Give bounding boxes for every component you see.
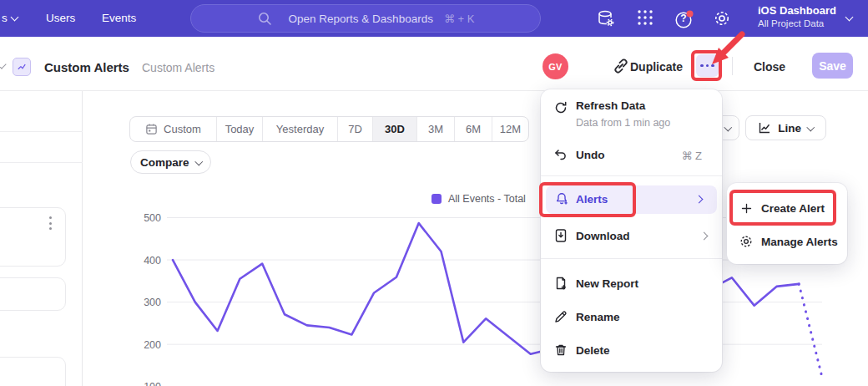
svg-text:400: 400: [144, 255, 161, 267]
chevron-down-icon: [10, 13, 18, 22]
nav-item-events[interactable]: Events: [102, 12, 136, 24]
svg-text:200: 200: [144, 339, 161, 351]
nav-item-users[interactable]: Users: [46, 12, 75, 24]
svg-text:100: 100: [144, 381, 161, 386]
project-scope: All Project Data: [758, 18, 836, 29]
date-range-yesterday[interactable]: Yesterday: [262, 117, 337, 141]
download-icon: [553, 228, 568, 243]
top-nav: s Users Events Open Reports & Dashboards…: [0, 0, 868, 37]
list-item[interactable]: [0, 357, 66, 386]
question-mark: ?: [674, 8, 694, 28]
compare-button[interactable]: Compare: [130, 150, 211, 174]
nav-item-label: s: [2, 12, 8, 24]
menu-item-new-report[interactable]: New Report: [541, 270, 722, 298]
settings-gear-icon[interactable]: [712, 8, 732, 28]
date-range-selector: Custom Today Yesterday 7D 30D 3M 6M 12M: [129, 116, 529, 142]
alerts-submenu: Create Alert Manage Alerts: [727, 183, 847, 264]
date-range-today[interactable]: Today: [216, 117, 262, 141]
submenu-item-manage-alerts[interactable]: Manage Alerts: [727, 227, 847, 256]
duplicate-button[interactable]: Duplicate: [630, 60, 683, 74]
project-name: iOS Dashboard: [758, 4, 836, 18]
menu-item-alerts[interactable]: Alerts: [546, 185, 717, 214]
chevron-down-icon: [807, 123, 815, 130]
nav-item-boards-truncated[interactable]: s: [2, 12, 18, 24]
date-range-6m[interactable]: 6M: [454, 117, 492, 141]
chevron-down-icon: [845, 13, 854, 22]
avatar[interactable]: GV: [542, 53, 568, 79]
more-options-menu: Refresh Data Data from 1 min ago Undo ⌘ …: [541, 89, 722, 372]
submenu-arrow-icon: [695, 196, 704, 204]
menu-item-undo[interactable]: Undo ⌘ Z: [541, 141, 722, 168]
search-icon: [257, 11, 272, 26]
chevron-down-icon: [724, 123, 731, 130]
gear-icon: [739, 234, 754, 249]
line-chart-icon: [758, 121, 771, 135]
divider: [0, 131, 83, 132]
legend-swatch: [431, 194, 442, 204]
date-range-3m[interactable]: 3M: [416, 117, 454, 141]
help-icon[interactable]: ?: [674, 8, 694, 28]
search-placeholder: Open Reports & Dashboards: [289, 13, 433, 25]
truncated-back-chevron-icon: [0, 59, 7, 69]
refresh-status: Data from 1 min ago: [576, 117, 670, 129]
date-range-30d-selected[interactable]: 30D: [372, 117, 416, 141]
menu-item-refresh-data[interactable]: Refresh Data Data from 1 min ago: [541, 96, 722, 136]
more-options-button[interactable]: [696, 54, 719, 77]
svg-text:500: 500: [144, 212, 161, 224]
date-range-custom[interactable]: Custom: [130, 117, 216, 141]
plus-icon: [740, 202, 753, 215]
chevron-down-icon: [194, 157, 202, 165]
breadcrumb: Custom Alerts: [142, 61, 214, 74]
svg-text:300: 300: [144, 297, 161, 308]
project-switcher[interactable]: iOS Dashboard All Project Data: [758, 4, 836, 29]
calendar-icon: [145, 123, 158, 135]
divider: [541, 258, 722, 259]
pencil-icon: [553, 309, 568, 324]
divider: [0, 162, 83, 163]
new-report-icon: [553, 276, 568, 291]
app-window: s Users Events Open Reports & Dashboards…: [0, 0, 868, 386]
list-item[interactable]: [0, 277, 66, 311]
close-button[interactable]: Close: [754, 60, 785, 74]
kebab-menu-icon[interactable]: [49, 216, 52, 230]
chart-type-button[interactable]: Line: [745, 115, 826, 140]
report-thumbnail-icon: [13, 58, 31, 76]
menu-item-download[interactable]: Download: [541, 221, 722, 250]
page-title: Custom Alerts: [44, 60, 129, 74]
list-item[interactable]: [0, 207, 66, 267]
submenu-arrow-icon: [700, 232, 709, 241]
apps-grid-icon[interactable]: [636, 8, 656, 28]
save-button[interactable]: Save: [812, 53, 853, 79]
legend-all-events-total[interactable]: All Events - Total: [431, 193, 526, 205]
search-shortcut: ⌘ + K: [444, 13, 475, 25]
divider: [732, 57, 733, 75]
date-range-12m[interactable]: 12M: [492, 117, 528, 141]
copy-link-icon[interactable]: [612, 57, 630, 79]
legend-label: All Events - Total: [448, 193, 526, 205]
alert-bell-plus-icon: [554, 191, 569, 206]
data-management-icon[interactable]: [596, 8, 616, 28]
report-header: Custom Alerts Custom Alerts GV Duplicate…: [0, 37, 868, 91]
date-range-7d[interactable]: 7D: [337, 117, 372, 141]
refresh-icon: [553, 100, 568, 115]
menu-item-rename[interactable]: Rename: [541, 303, 722, 332]
undo-icon: [553, 147, 568, 162]
undo-shortcut: ⌘ Z: [681, 150, 702, 162]
menu-item-delete[interactable]: Delete: [541, 337, 722, 365]
left-panel: [0, 91, 83, 386]
global-search-input[interactable]: Open Reports & Dashboards ⌘ + K: [190, 4, 541, 33]
trash-icon: [553, 343, 568, 358]
divider: [541, 175, 722, 176]
submenu-item-create-alert[interactable]: Create Alert: [727, 195, 847, 223]
